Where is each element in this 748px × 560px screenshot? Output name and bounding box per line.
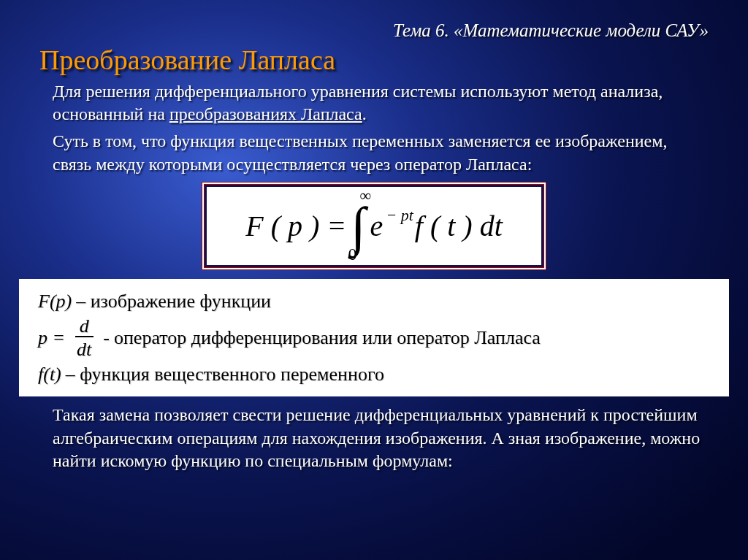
def1-symbol: F(p) (38, 288, 72, 315)
definitions-box: F(p) – изображение функции p = d dt - оп… (19, 279, 729, 396)
definition-2: p = d dt - оператор дифференцирования ил… (38, 317, 710, 359)
def2-prefix: p = (38, 324, 65, 352)
outro-paragraph: Такая замена позволяет свести решение ди… (53, 404, 709, 472)
def2-text: оператор дифференцирования или оператор … (114, 324, 541, 352)
def1-text: – изображение функции (76, 288, 271, 315)
def3-symbol: f(t) (38, 361, 61, 388)
def2-fraction: d dt (72, 317, 96, 359)
formula-e: e (370, 209, 383, 243)
formula-row: F ( p ) = ∞ ∫ 0 e − pt f ( t ) dt (213, 188, 535, 264)
intro-1c: . (362, 104, 367, 123)
intro-paragraph-1: Для решения дифференциального уравнения … (53, 80, 709, 126)
intro-paragraph-2: Суть в том, что функция вещественных пер… (53, 130, 709, 175)
def2-denominator: dt (72, 337, 96, 359)
formula-box: F ( p ) = ∞ ∫ 0 e − pt f ( t ) dt (202, 182, 546, 270)
formula-exp: − pt (386, 206, 413, 225)
slide: Тема 6. «Математические модели САУ» Прео… (0, 0, 748, 560)
intro-1b-underlined: преобразованиях Лапласа (169, 104, 362, 123)
def2-numerator: d (75, 317, 94, 337)
slide-title: Преобразование Лапласа (39, 44, 709, 76)
definition-3: f(t) – функция вещественного переменного (38, 361, 710, 388)
integral-symbol: ∞ ∫ 0 (351, 188, 365, 264)
formula-ft: f ( t ) dt (415, 209, 503, 243)
integral-lower: 0 (348, 245, 356, 263)
definition-1: F(p) – изображение функции (38, 288, 710, 315)
topic-line: Тема 6. «Математические модели САУ» (39, 20, 709, 41)
integral-sign: ∫ (351, 205, 365, 248)
def2-dash: - (103, 324, 110, 352)
def3-text: – функция вещественного переменного (66, 361, 384, 388)
formula-lhs: F ( p ) = (245, 209, 346, 243)
